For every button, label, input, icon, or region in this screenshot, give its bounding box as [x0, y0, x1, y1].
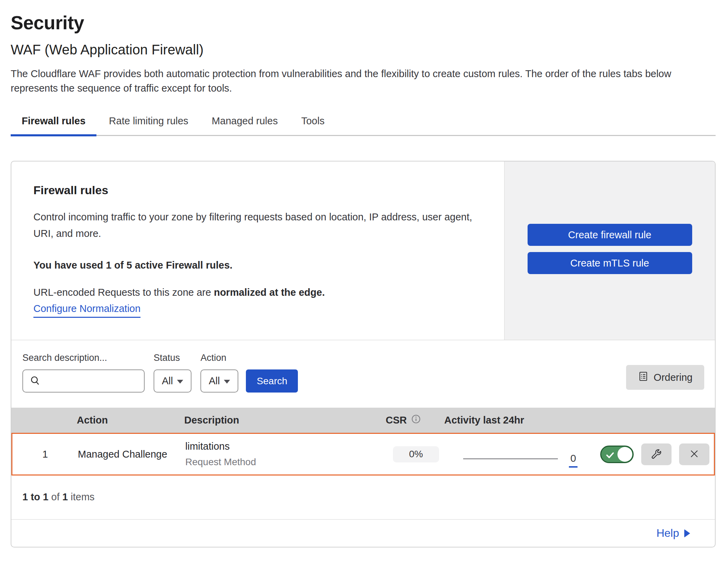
rule-expression-summary: Request Method [185, 457, 387, 468]
col-header-activity: Activity last 24hr [444, 415, 599, 426]
rule-action: Managed Challenge [78, 449, 185, 460]
panel-title: Firewall rules [33, 184, 487, 197]
table-row: 1 Managed Challenge limitations Request … [11, 433, 715, 476]
normalization-text: URL-encoded Requests to this zone are no… [33, 287, 487, 298]
firewall-rules-info-section: Firewall rules Control incoming traffic … [11, 161, 715, 340]
col-header-action: Action [77, 415, 184, 426]
usage-text: You have used 1 of 5 active Firewall rul… [33, 260, 487, 271]
panel-description: Control incoming traffic to your zone by… [33, 209, 478, 242]
range-text: 1 to 1 [22, 491, 49, 502]
csr-badge: 0% [393, 446, 439, 462]
action-label: Action [200, 353, 238, 363]
configure-normalization-link[interactable]: Configure Normalization [33, 303, 141, 318]
page-subtitle: WAF (Web Application Firewall) [11, 42, 716, 58]
firewall-rules-info: Firewall rules Control incoming traffic … [11, 161, 504, 340]
tab-tools[interactable]: Tools [290, 110, 336, 135]
search-input[interactable] [45, 376, 138, 387]
firewall-rules-card: Firewall rules Control incoming traffic … [11, 161, 716, 547]
search-label: Search description... [22, 353, 145, 363]
help-bar: Help [11, 520, 715, 547]
wrench-icon [650, 448, 663, 461]
help-link[interactable]: Help [656, 527, 690, 540]
page-description: The Cloudflare WAF provides both automat… [11, 66, 716, 95]
toggle-knob [617, 447, 632, 462]
delete-rule-button[interactable] [679, 443, 709, 465]
chevron-down-icon [224, 380, 230, 384]
security-waf-page: Security WAF (Web Application Firewall) … [0, 0, 728, 547]
actions-panel: Create firewall rule Create mTLS rule [504, 161, 715, 340]
tab-rate-limiting-rules[interactable]: Rate limiting rules [98, 110, 199, 135]
search-box [22, 369, 145, 393]
normalization-bold: normalized at the edge. [214, 287, 325, 298]
chevron-down-icon [177, 380, 183, 384]
ordering-button[interactable]: Ordering [626, 365, 704, 390]
action-select[interactable]: All [200, 369, 238, 393]
pagination-summary: 1 to 1 of 1 items [11, 476, 715, 520]
info-icon[interactable] [411, 414, 421, 427]
rule-description-cell: limitations Request Method [185, 441, 387, 468]
ordering-list-icon [638, 371, 649, 384]
check-icon [605, 450, 615, 462]
total-count: 1 [62, 491, 68, 502]
action-select-value: All [209, 375, 220, 387]
arrow-right-icon [684, 529, 690, 537]
search-button[interactable]: Search [246, 369, 298, 393]
filter-bar: Search description... Status [11, 340, 715, 408]
search-icon [29, 375, 41, 388]
normalization-prefix: URL-encoded Requests to this zone are [33, 287, 214, 298]
rule-controls [600, 443, 716, 465]
rules-table-header: Action Description CSR Activity last 24h… [11, 408, 715, 433]
tab-firewall-rules[interactable]: Firewall rules [11, 110, 96, 135]
rule-priority: 1 [12, 449, 78, 460]
close-icon [688, 448, 700, 461]
activity-cell: 0 [445, 434, 600, 474]
rule-enabled-toggle[interactable] [600, 446, 634, 463]
waf-tab-bar: Firewall rules Rate limiting rules Manag… [11, 110, 716, 136]
status-select-value: All [162, 375, 173, 387]
ordering-button-label: Ordering [654, 372, 693, 383]
tab-managed-rules[interactable]: Managed rules [201, 110, 289, 135]
col-header-description: Description [184, 415, 386, 426]
status-select[interactable]: All [154, 369, 191, 393]
page-title: Security [11, 12, 716, 34]
col-header-csr: CSR [386, 415, 407, 426]
create-firewall-rule-button[interactable]: Create firewall rule [528, 224, 692, 246]
rule-description: limitations [185, 441, 387, 452]
activity-count-link[interactable]: 0 [569, 452, 578, 468]
status-label: Status [154, 353, 191, 363]
help-link-label: Help [656, 527, 679, 540]
create-mtls-rule-button[interactable]: Create mTLS rule [528, 252, 692, 274]
edit-rule-button[interactable] [641, 443, 672, 465]
activity-sparkline [463, 458, 558, 459]
